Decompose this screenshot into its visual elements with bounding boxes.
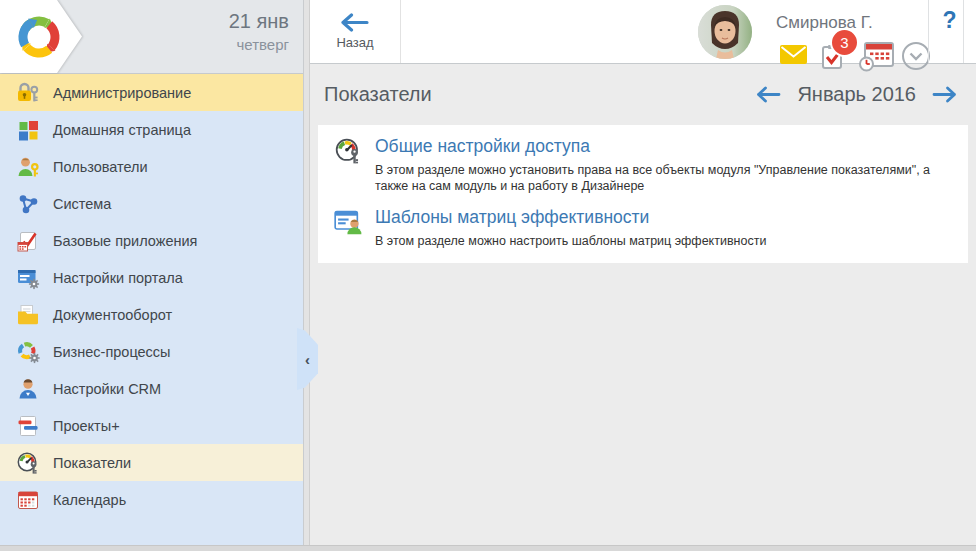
back-button-label: Назад [336,35,373,50]
sidebar-item-administration[interactable]: Администрирование [0,74,303,111]
month-navigation: Январь 2016 [755,83,958,106]
sidebar-item-label: Бизнес-процессы [53,344,171,360]
topbar: Назад [310,0,976,64]
process-gear-icon [16,340,40,364]
entry-link-access-settings[interactable]: Общие настройки доступа [375,136,952,157]
list-item: Общие настройки доступа В этом разделе м… [334,136,952,194]
entry-description: В этом разделе можно установить права на… [375,162,952,194]
sidebar-item-calendar[interactable]: Календарь [0,481,303,518]
sidebar-item-home[interactable]: Домашняя страница [0,111,303,148]
main-area: Показатели Январь 2016 [310,64,976,551]
projects-doc-icon [16,414,40,438]
sidebar-item-portal-settings[interactable]: Настройки портала [0,259,303,296]
page-header: Показатели Январь 2016 [318,64,968,125]
entry-description: В этом разделе можно настроить шаблоны м… [375,233,766,249]
chevron-left-icon: ‹ [305,351,310,368]
sidebar-item-docflow[interactable]: Документооборот [0,296,303,333]
date-box: 21 янв четверг [229,10,289,53]
page-title: Показатели [324,83,432,106]
month-label: Январь 2016 [797,83,916,106]
user-name: Смирнова Г. [776,13,873,33]
arrow-left-icon [755,86,782,103]
entry-link-matrix-templates[interactable]: Шаблоны матриц эффективности [375,207,766,228]
sidebar-item-label: Настройки портала [53,270,183,286]
sidebar-item-label: Базовые приложения [53,233,197,249]
sidebar-item-label: Администрирование [53,85,191,101]
sidebar-item-label: Проекты+ [53,418,120,434]
date-weekday: четверг [229,36,289,53]
panel-person-icon [334,208,362,236]
left-column: 21 янв четверг Администрирование [0,0,303,551]
list-item: Шаблоны матриц эффективности В этом разд… [334,207,952,249]
app-window: 21 янв четверг Администрирование [0,0,976,551]
prev-month-button[interactable] [755,86,782,103]
gauge-key-icon [334,137,362,165]
mail-icon[interactable] [780,45,807,64]
folder-doc-icon [16,303,40,327]
sidebar-scroll-strip [303,0,310,551]
home-squares-icon [16,118,40,142]
sidebar-item-label: Показатели [53,455,131,471]
topbar-divider [963,0,964,63]
sidebar-item-business-processes[interactable]: Бизнес-процессы [0,333,303,370]
avatar[interactable] [698,5,752,59]
sidebar-item-indicators[interactable]: Показатели [0,444,303,481]
sidebar-item-label: Календарь [53,492,126,508]
sidebar-item-label: Система [53,196,111,212]
help-button[interactable]: ? [936,7,963,34]
sidebar-item-projects[interactable]: Проекты+ [0,407,303,444]
bottom-edge-strip [0,545,976,551]
back-button[interactable]: Назад [310,0,401,63]
user-key-icon [16,155,40,179]
sidebar-item-label: Домашняя страница [53,122,191,138]
circular-arrows-logo [13,11,65,63]
sidebar-item-label: Настройки CRM [53,381,161,397]
calendar-red-icon [16,488,40,512]
arrow-right-icon [931,86,958,103]
sidebar-item-users[interactable]: Пользователи [0,148,303,185]
sidebar-item-base-apps[interactable]: Базовые приложения [0,222,303,259]
panel-gear-icon [16,266,40,290]
lock-key-icon [16,81,40,105]
sidebar-item-label: Пользователи [53,159,148,175]
sidebar-item-crm-settings[interactable]: Настройки CRM [0,370,303,407]
network-nodes-icon [16,192,40,216]
right-column: Назад [310,0,976,551]
date-day: 21 янв [229,10,289,33]
calendar-check-icon [16,229,40,253]
chevron-down-icon [909,52,923,61]
crm-user-icon [16,377,40,401]
sidebar-item-system[interactable]: Система [0,185,303,222]
expand-menu-button[interactable] [902,42,930,70]
next-month-button[interactable] [931,86,958,103]
sidebar-item-label: Документооборот [53,307,172,323]
gauge-key-icon [16,451,40,475]
avatar-photo [698,5,752,59]
sidebar-menu: Администрирование Домашняя страница [0,74,303,551]
settings-card: Общие настройки доступа В этом разделе м… [318,125,968,263]
logo-badge[interactable] [0,0,82,73]
arrow-left-icon [339,13,371,32]
notification-badge[interactable]: 3 [830,28,859,57]
calendar-clock-icon[interactable] [858,41,896,72]
topbar-divider [928,0,929,63]
brand-header: 21 янв четверг [0,0,303,74]
